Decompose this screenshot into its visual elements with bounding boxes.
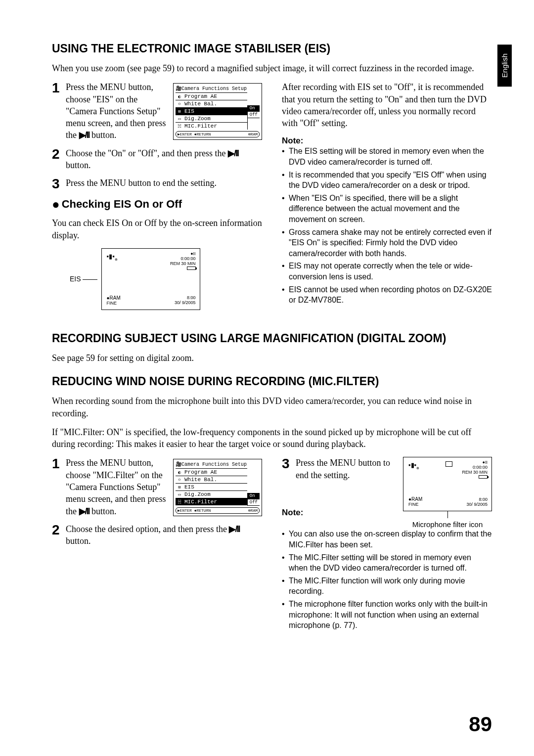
eis-check-text: You can check EIS On or Off by the on-sc… bbox=[52, 217, 262, 241]
eis-step-3: 3 Press the MENU button to end the setti… bbox=[52, 177, 262, 191]
play-pause-icon: ▶/II bbox=[79, 130, 89, 140]
camera-menu-eis: 🎥Camera Functions Setup ◐Program AE ☼Whi… bbox=[173, 83, 262, 140]
mic-intro-2: If "MIC.Filter: ON" is specified, the lo… bbox=[52, 426, 492, 450]
zoom-heading: RECORDING SUBJECT USING LARGE MAGNIFICAT… bbox=[52, 332, 492, 345]
mic-step-1: 1 Press the MENU button, choose "MIC.Fil… bbox=[52, 457, 167, 517]
eis-step-1: 1 Press the MENU button, choose "EIS" on… bbox=[52, 81, 167, 141]
mic-osd-display: ▪▮▪⊕ ●II 0:00:00 REM 30 MIN ●RAMFINE 8:0… bbox=[403, 457, 492, 511]
language-tab: English bbox=[497, 44, 512, 87]
eis-step-2: 2 Choose the "On" or "Off", and then pre… bbox=[52, 147, 262, 172]
eis-right-para: After recording with EIS set to "Off", i… bbox=[282, 81, 492, 129]
play-pause-icon: ▶/II bbox=[79, 506, 89, 516]
play-pause-icon: ▶/II bbox=[228, 148, 238, 158]
mic-step-2: 2 Choose the desired option, and then pr… bbox=[52, 523, 262, 547]
play-pause-icon: ▶/II bbox=[229, 524, 239, 534]
mic-filter-icon bbox=[445, 461, 452, 467]
eis-osd-display: ▪▮▪⊕ ●II 0:00:00 REM 30 MIN ●RAMFINE 8:0… bbox=[101, 248, 200, 310]
eis-note-head: Note: bbox=[282, 136, 492, 146]
zoom-text: See page 59 for setting on digital zoom. bbox=[52, 352, 492, 364]
mic-heading: REDUCING WIND NOISE DURING RECORDING (MI… bbox=[52, 375, 492, 388]
eis-check-heading: ●Checking EIS On or Off bbox=[52, 197, 262, 212]
mic-step-3: 3 Press the MENU button to end the setti… bbox=[282, 457, 396, 481]
eis-heading: USING THE ELECTRONIC IMAGE STABILISER (E… bbox=[52, 42, 492, 55]
eis-intro: When you use zoom (see page 59) to recor… bbox=[52, 62, 492, 74]
camera-menu-mic: 🎥Camera Functions Setup ◐Program AE ☼Whi… bbox=[173, 459, 262, 516]
mic-notes: You can also use the on-screen display t… bbox=[282, 529, 492, 630]
eis-osd-label: EIS bbox=[70, 275, 97, 283]
mic-intro-1: When recording sound from the microphone… bbox=[52, 395, 492, 419]
mic-osd-caption: Microphone filter icon bbox=[403, 520, 492, 529]
mic-note-head: Note: bbox=[282, 508, 396, 518]
page-number: 89 bbox=[469, 712, 492, 736]
eis-notes: The EIS setting will be stored in memory… bbox=[282, 146, 492, 305]
